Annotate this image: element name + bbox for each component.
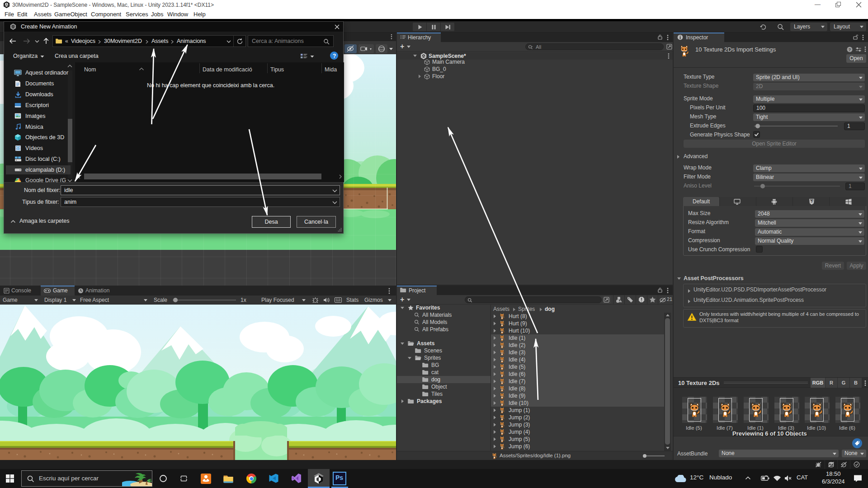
svg-text:?: ? [849,47,851,52]
